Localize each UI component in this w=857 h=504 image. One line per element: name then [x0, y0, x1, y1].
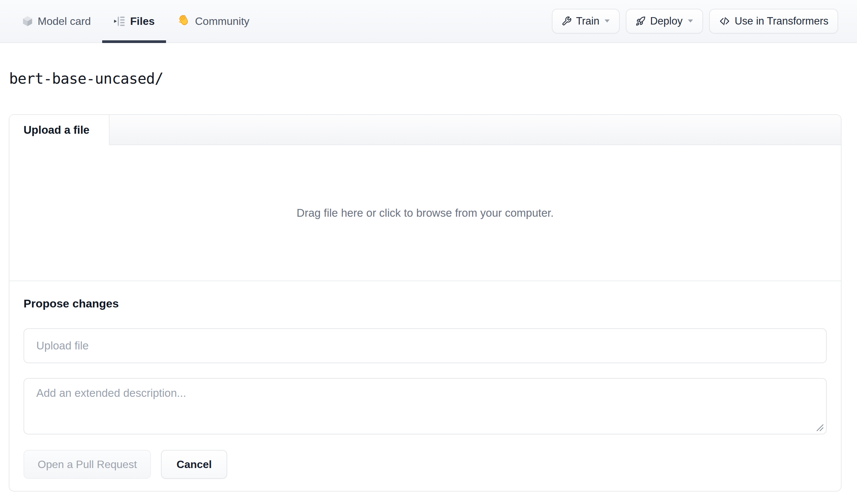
- description-textarea[interactable]: [23, 378, 827, 434]
- use-in-transformers-button[interactable]: Use in Transformers: [709, 9, 838, 34]
- cube-icon: [22, 16, 33, 27]
- file-tree-icon: [114, 16, 125, 27]
- description-field-wrapper: [23, 378, 827, 434]
- tab-model-card-label: Model card: [38, 16, 91, 27]
- dropzone-text: Drag file here or click to browse from y…: [297, 207, 554, 219]
- tab-upload-a-file[interactable]: Upload a file: [10, 115, 110, 145]
- tab-community[interactable]: Community: [166, 0, 261, 42]
- repo-tabs: Model card Files: [11, 0, 261, 42]
- propose-changes-section: Propose changes Open a Pull Request Canc…: [10, 297, 841, 491]
- resize-handle-icon[interactable]: [815, 423, 824, 432]
- repo-header: Model card Files: [0, 0, 857, 43]
- code-icon: [719, 16, 730, 26]
- tab-model-card[interactable]: Model card: [11, 0, 102, 42]
- file-dropzone[interactable]: Drag file here or click to browse from y…: [10, 145, 841, 281]
- train-button-label: Train: [576, 15, 599, 27]
- tab-files-label: Files: [130, 16, 155, 27]
- wrench-icon: [561, 16, 572, 26]
- chevron-down-icon: [604, 19, 610, 23]
- deploy-button-label: Deploy: [650, 15, 683, 27]
- tab-files[interactable]: Files: [102, 0, 166, 42]
- header-actions: Train Deploy: [552, 9, 838, 34]
- breadcrumb[interactable]: bert-base-uncased/: [9, 69, 857, 88]
- upload-filename-input[interactable]: [23, 328, 827, 363]
- page: Model card Files: [0, 0, 857, 491]
- chevron-down-icon: [688, 19, 693, 23]
- train-button[interactable]: Train: [552, 9, 620, 34]
- propose-actions: Open a Pull Request Cancel: [23, 450, 827, 479]
- open-pull-request-button[interactable]: Open a Pull Request: [23, 450, 151, 479]
- cancel-button[interactable]: Cancel: [161, 450, 227, 479]
- tab-community-label: Community: [195, 16, 249, 27]
- upload-card: Upload a file Drag file here or click to…: [9, 114, 842, 491]
- rocket-icon: [636, 16, 645, 26]
- deploy-button[interactable]: Deploy: [626, 9, 703, 34]
- breadcrumb-path: bert-base-uncased/: [9, 70, 163, 87]
- propose-changes-heading: Propose changes: [23, 297, 827, 310]
- waving-hand-icon: [178, 15, 190, 28]
- use-in-transformers-button-label: Use in Transformers: [735, 15, 828, 27]
- upload-card-tabbar: Upload a file: [10, 115, 841, 145]
- tabbar-filler: [110, 115, 841, 145]
